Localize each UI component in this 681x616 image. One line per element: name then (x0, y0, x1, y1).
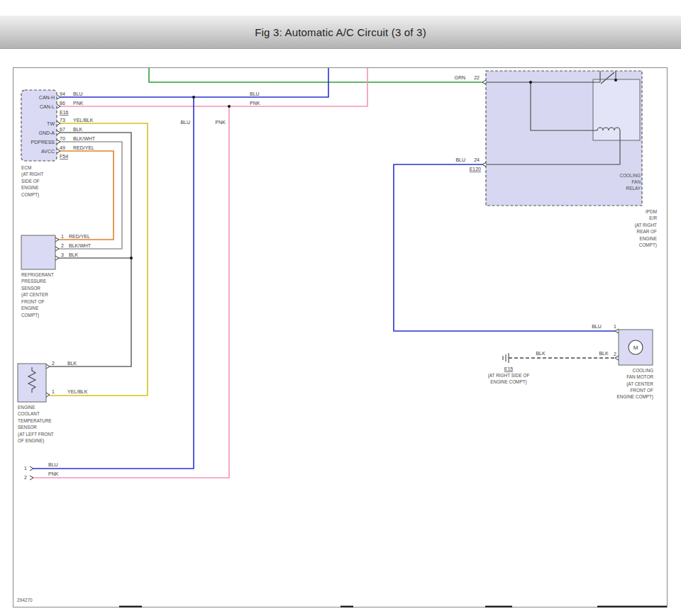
ecm-caption: ENGINE (21, 185, 39, 190)
ecm-pin: 67 (60, 127, 65, 132)
ecm-caption: SIDE OF (21, 179, 40, 184)
junction-dot (228, 105, 231, 108)
ipdm-er-block (486, 71, 642, 206)
ecm-pin: 86 (60, 101, 65, 106)
pin-number: 3 (61, 252, 64, 257)
wiring-diagram: CAN-H CAN-L TW GND-A PDPRESS AVCC 94 86 … (0, 0, 681, 616)
refrigerant-caption: PRESSURE (21, 279, 46, 284)
wire-label: RED/YEL (69, 234, 90, 239)
junction-dot (614, 79, 617, 82)
wire-label: PNK (48, 471, 59, 476)
wire-label: BLK (73, 127, 83, 132)
pin-number: 1 (52, 389, 55, 394)
pin-number: 2 (52, 361, 55, 366)
pin-number: 2 (61, 243, 64, 248)
edge-mark (119, 606, 142, 608)
ecm-signal: PDPRESS (31, 140, 55, 145)
relay-caption: COOLING (620, 173, 641, 178)
ecm-caption: (AT RIGHT (21, 172, 43, 177)
wire-label: BLK (536, 351, 546, 356)
wire-label: BLU (73, 91, 83, 96)
edge-mark (485, 606, 512, 608)
ipdm-caption: IPDM (646, 209, 657, 214)
refrigerant-sensor-box (21, 235, 55, 269)
ipdm-caption: ENGINE (639, 236, 657, 241)
wire-label: BLU (180, 120, 190, 125)
connector-id: E120 (470, 167, 481, 172)
pin-number: 1 (24, 466, 27, 471)
junction-dot (130, 257, 133, 259)
ecm-signal: CAN-H (39, 95, 55, 100)
edge-mark (340, 606, 353, 608)
ecm-pin: 70 (60, 136, 65, 141)
wire-label: BLU (592, 324, 602, 329)
refrigerant-caption: FRONT OF (21, 299, 45, 304)
motor-caption: FAN MOTOR (626, 374, 653, 379)
motor-symbol: M (633, 345, 638, 351)
ecm-caption: ECM (21, 165, 31, 170)
ecm-signal: GND-A (38, 130, 55, 135)
ipdm-caption: (AT RIGHT (635, 223, 657, 228)
motor-caption: FRONT OF (630, 388, 653, 393)
pin-number: 1 (614, 324, 616, 329)
pin-number: 1 (61, 234, 64, 239)
ground-caption: (AT RIGHT SIDE OF (488, 373, 530, 379)
refrigerant-caption: (AT CENTER (21, 292, 48, 298)
ecm-pin: 94 (60, 91, 65, 96)
coolant-caption: TEMPERATURE (18, 418, 52, 423)
figure-code: 294270 (17, 598, 33, 603)
pin-number: 22 (474, 75, 480, 80)
ecm-pin: 73 (60, 118, 65, 123)
wire-label: BLK (67, 361, 77, 366)
pin-number: 2 (24, 475, 27, 480)
edge-mark (597, 606, 667, 608)
coolant-caption: COOLANT (18, 411, 40, 416)
wire-label: BLU (455, 157, 465, 162)
wire-label: BLK/WHT (73, 136, 96, 141)
wire-label: BLU (48, 462, 58, 467)
ecm-caption: COMPT) (21, 192, 39, 198)
motor-caption: COOLING (633, 368, 654, 373)
wire-label: PNK (73, 101, 84, 106)
coolant-caption: SENSOR (18, 425, 37, 430)
wire-label: PNK (216, 120, 226, 125)
relay-caption: FAN (632, 179, 641, 184)
wire-label: BLU (250, 91, 260, 96)
wire-label: BLK/WHT (69, 243, 92, 248)
coolant-caption: OF ENGINE) (18, 438, 44, 444)
wire-label: BLK (69, 252, 79, 257)
wire-label: RED/YEL (73, 145, 94, 150)
ground-id: E15 (504, 366, 514, 371)
refrigerant-caption: SENSOR (21, 286, 40, 291)
motor-caption: ENGINE COMPT) (617, 394, 653, 400)
ecm-signal: CAN-L (40, 104, 55, 109)
ipdm-caption: COMPT) (639, 242, 657, 248)
page: Fig 3: Automatic A/C Circuit (3 of 3) (0, 0, 681, 616)
wire-label: YEL/BLK (73, 118, 94, 123)
cooling-fan-relay-box (593, 79, 640, 140)
wire-label: YEL/BLK (67, 389, 88, 394)
ecm-signal: TW (47, 121, 55, 126)
coolant-caption: (AT LEFT FRONT (18, 432, 54, 437)
ground-caption: ENGINE COMPT) (490, 379, 526, 385)
coolant-caption: ENGINE (18, 405, 35, 410)
wire-label: PNK (250, 101, 260, 106)
refrigerant-caption: COMPT) (21, 313, 39, 318)
pin-number: 24 (474, 157, 480, 162)
wire-label: GRN (454, 75, 465, 80)
pin-number: 2 (614, 352, 616, 357)
wire-label: BLK (599, 351, 609, 356)
ecm-signal: AVCC (41, 149, 55, 154)
ecm-connector-id: E16 (60, 110, 69, 115)
ecm-pin: 49 (60, 145, 65, 150)
relay-caption: RELAY (626, 186, 641, 191)
refrigerant-caption: REFRIGERANT (21, 272, 54, 277)
ipdm-caption: REAR OF (637, 229, 658, 234)
ecm-connector-id: F54 (60, 154, 68, 159)
ipdm-caption: E/R (649, 215, 657, 220)
junction-dot (192, 96, 195, 99)
motor-caption: (AT CENTER (626, 381, 653, 387)
junction-dot (529, 81, 532, 84)
refrigerant-caption: ENGINE (21, 306, 39, 310)
